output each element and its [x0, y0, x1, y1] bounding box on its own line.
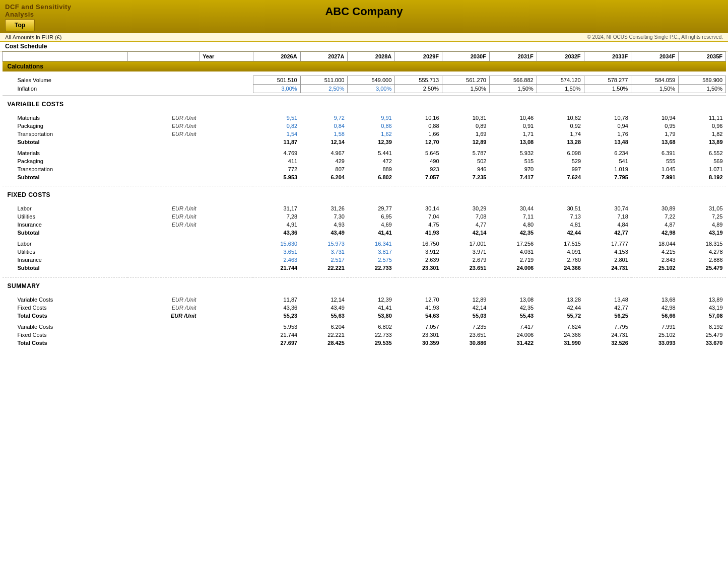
fc-labor-label: Labor	[3, 204, 128, 212]
fc-sub-t-2034: 25.102	[631, 264, 679, 272]
fc-ins-t-2032: 2.760	[537, 256, 584, 264]
inf-2026: 3,00%	[253, 84, 300, 93]
vc-sub-t-2032: 7.624	[537, 173, 584, 181]
inf-2030: 1,50%	[442, 84, 490, 93]
fc-sub-u-2029: 41,93	[395, 229, 442, 237]
sum-vc-t-2027: 6.204	[300, 323, 348, 331]
header-bar: DCF and Sensitivity Analysis Top ABC Com…	[0, 0, 728, 33]
vc-pkg-t-2035: 569	[679, 157, 726, 165]
fc-subtotal-unit-row: Subtotal 43,36 43,49 41,41 41,93 42,14 4…	[3, 229, 726, 237]
top-button[interactable]: Top	[5, 19, 35, 31]
fc-ins-2028: 4,69	[348, 221, 395, 229]
sum-fc-u-2035: 43,19	[679, 304, 726, 312]
fc-labor-unit-row: Labor EUR /Unit 31,17 31,26 29,77 30,14 …	[3, 204, 726, 212]
sum-vc-t-2029: 7.057	[395, 323, 442, 331]
vc-mat-2029: 10,16	[395, 114, 442, 122]
sum-fc-u-2032: 42,44	[537, 304, 584, 312]
vc-pkg-2031: 0,91	[489, 122, 537, 130]
year-2027a: 2027A	[300, 52, 348, 61]
sum-tot-u-2032: 55,72	[537, 312, 584, 320]
inf-2035: 1,50%	[679, 84, 726, 93]
fc-util-t-2034: 4.215	[631, 248, 679, 256]
fc-ins-t-2028: 2.575	[348, 256, 395, 264]
sum-total-total-row: Total Costs 27.697 28.425 29.535 30.359 …	[3, 339, 726, 347]
sum-vc-u-2028: 12,39	[348, 296, 395, 304]
sales-volume-year-label	[200, 76, 253, 84]
sum-tot-u-2028: 53,80	[348, 312, 395, 320]
fc-sub-u-2030: 42,14	[442, 229, 490, 237]
year-2035f: 2035F	[679, 52, 726, 61]
sum-fc-t-2031: 24.006	[489, 331, 537, 339]
inf-2032: 1,50%	[537, 84, 584, 93]
fc-util-2033: 7,18	[584, 212, 631, 221]
sum-fc-u-2029: 41,93	[395, 304, 442, 312]
sum-fc-u-2033: 42,77	[584, 304, 631, 312]
sales-volume-row: Sales Volume 501.510 511.000 549.000 555…	[3, 76, 726, 84]
variable-costs-title-row: VARIABLE COSTS	[3, 95, 726, 110]
inf-2033: 1,50%	[584, 84, 631, 93]
sum-fc-t-2029: 23.301	[395, 331, 442, 339]
sum-vc-u-2034: 13,68	[631, 296, 679, 304]
vc-mat-t-2030: 5.787	[442, 149, 490, 157]
vc-trn-t-2027: 807	[300, 165, 348, 173]
vc-transport-total-row: Transportation 772 807 889 923 946 970 9…	[3, 165, 726, 173]
vc-trn-2029: 1,66	[395, 130, 442, 138]
fc-ins-t-2026: 2.463	[253, 256, 300, 264]
vc-sub-u-2027: 12,14	[300, 138, 348, 146]
amounts-row: All Amounts in EUR (€) © 2024, NFOCUS Co…	[0, 33, 728, 42]
sum-fc-unit-row: Fixed Costs EUR /Unit 43,36 43,49 41,41 …	[3, 304, 726, 312]
vc-sub-t-2031: 7.417	[489, 173, 537, 181]
vc-pkg-t-2029: 490	[395, 157, 442, 165]
vc-pkg-2030: 0,89	[442, 122, 490, 130]
sum-fc-u-2034: 42,98	[631, 304, 679, 312]
sum-fc-u-2026: 43,36	[253, 304, 300, 312]
sum-tot-t-2028: 29.535	[348, 339, 395, 347]
sum-total-unit-label: Total Costs	[3, 312, 128, 320]
vc-pkg-2026: 0,82	[253, 122, 300, 130]
sum-fc-unit-label: Fixed Costs	[3, 304, 128, 312]
spacer6	[3, 200, 726, 204]
company-name: ABC Company	[86, 5, 642, 18]
inf-2034: 1,50%	[631, 84, 679, 93]
fc-sub-u-2033: 42,77	[584, 229, 631, 237]
fc-ins-2026: 4,91	[253, 221, 300, 229]
fc-sub-t-2030: 23.651	[442, 264, 490, 272]
sum-vc-total-row: Variable Costs 5.953 6.204 6.802 7.057 7…	[3, 323, 726, 331]
sum-total-unit: EUR /Unit	[127, 312, 199, 320]
vc-sub-t-2029: 7.057	[395, 173, 442, 181]
vc-trn-t-2031: 970	[489, 165, 537, 173]
vc-trn-2026: 1,54	[253, 130, 300, 138]
year-2028a: 2028A	[348, 52, 395, 61]
fc-sub-t-2033: 24.731	[584, 264, 631, 272]
fc-utilities-unit-row: Utilities EUR /Unit 7,28 7,30 6,95 7,04 …	[3, 212, 726, 221]
sv-2034: 584.059	[631, 76, 679, 84]
fc-ins-unit: EUR /Unit	[127, 221, 199, 229]
vc-pkg-t-2028: 472	[348, 157, 395, 165]
inf-2029: 2,50%	[395, 84, 442, 93]
sum-vc-u-2029: 12,70	[395, 296, 442, 304]
year-2033f: 2033F	[584, 52, 631, 61]
fc-util-total-label: Utilities	[3, 248, 128, 256]
sv-2035: 589.900	[679, 76, 726, 84]
fc-utilities-total-row: Utilities 3.651 3.731 3.817 3.912 3.971 …	[3, 248, 726, 256]
vc-pkg-t-2030: 502	[442, 157, 490, 165]
unit-col-header	[127, 52, 199, 61]
vc-trn-t-2034: 1.045	[631, 165, 679, 173]
fc-lab-t-2030: 17.001	[442, 240, 490, 248]
sum-fc-t-2028: 22.733	[348, 331, 395, 339]
sum-fc-total-label: Fixed Costs	[3, 331, 128, 339]
fc-ins-2027: 4,93	[300, 221, 348, 229]
vc-trn-2033: 1,76	[584, 130, 631, 138]
vc-pkg-t-2031: 515	[489, 157, 537, 165]
fc-ins-t-2034: 2.843	[631, 256, 679, 264]
fc-util-t-2026: 3.651	[253, 248, 300, 256]
vc-sub-u-2035: 13,89	[679, 138, 726, 146]
sum-tot-t-2035: 33.670	[679, 339, 726, 347]
sum-tot-t-2033: 32.526	[584, 339, 631, 347]
vc-mat-t-2032: 6.098	[537, 149, 584, 157]
vc-trn-t-2026: 772	[253, 165, 300, 173]
sum-vc-t-2028: 6.802	[348, 323, 395, 331]
sum-vc-t-2030: 7.235	[442, 323, 490, 331]
fc-sub-u-2032: 42,44	[537, 229, 584, 237]
sum-tot-u-2035: 57,08	[679, 312, 726, 320]
